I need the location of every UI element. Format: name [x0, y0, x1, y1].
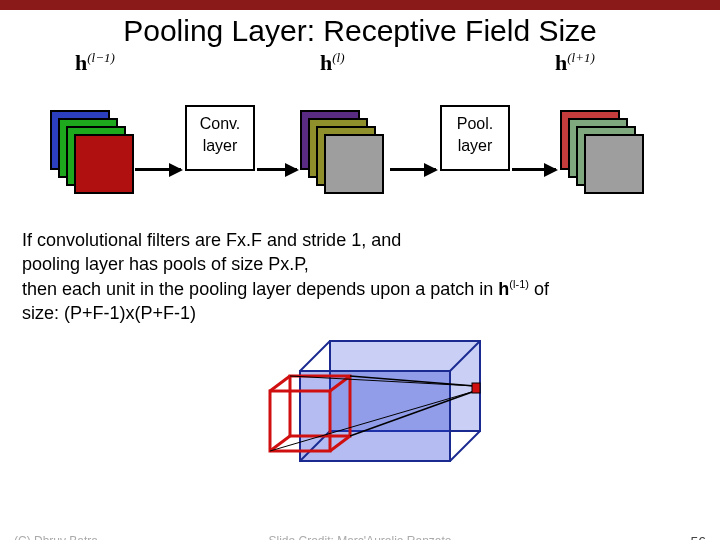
svg-line-2 [300, 341, 330, 371]
label-h-l: h(l) [320, 50, 345, 76]
layer-flow-diagram: h(l−1) h(l) h(l+1) Conv. layer Pool. lay… [20, 50, 700, 220]
arrow-icon [512, 168, 556, 171]
conv-label-1: Conv. [187, 113, 253, 135]
svg-marker-1 [300, 371, 450, 461]
svg-line-11 [270, 436, 290, 451]
arrow-icon [135, 168, 181, 171]
label-h-l-minus-1: h(l−1) [75, 50, 115, 76]
arrow-icon [390, 168, 436, 171]
slide-number: 56 [690, 534, 706, 540]
slide-title: Pooling Layer: Receptive Field Size [0, 14, 720, 48]
conv-layer-box: Conv. layer [185, 105, 255, 171]
pool-label-2: layer [442, 135, 508, 157]
label-h-l-plus-1: h(l+1) [555, 50, 595, 76]
accent-bar [0, 0, 720, 10]
slide-credit: Slide Credit: Marc'Aurelio Ranzato [0, 534, 720, 540]
svg-line-8 [270, 376, 290, 391]
conv-label-2: layer [187, 135, 253, 157]
receptive-field-figure [210, 331, 510, 481]
arrow-icon [257, 168, 297, 171]
pool-layer-box: Pool. layer [440, 105, 510, 171]
svg-rect-16 [472, 383, 480, 393]
pool-label-1: Pool. [442, 113, 508, 135]
svg-line-4 [450, 431, 480, 461]
body-text: If convolutional filters are Fx.F and st… [22, 228, 698, 325]
